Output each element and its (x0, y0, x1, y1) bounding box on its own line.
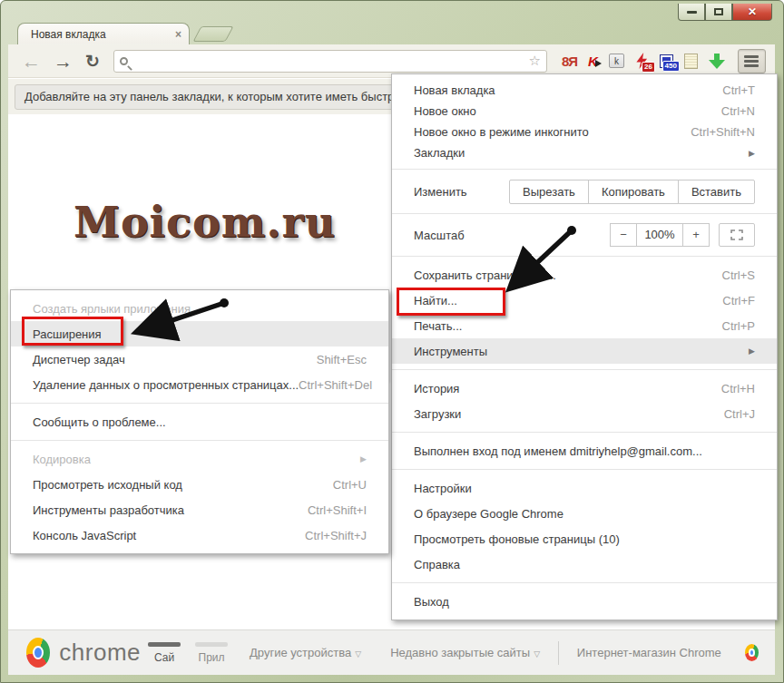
menu-item-label: Просмотреть фоновые страницы (10) (414, 532, 755, 546)
maximize-button[interactable] (705, 4, 732, 21)
submenu-item-clear-browsing-data[interactable]: Удаление данных о просмотренных страница… (11, 372, 388, 397)
submenu-arrow-icon: ▶ (360, 454, 367, 463)
maximize-icon (714, 8, 723, 15)
menu-item-label: Выход (414, 595, 755, 609)
link-label: Интернет-магазин Chrome (577, 646, 721, 659)
menu-item-print[interactable]: Печать... Ctrl+P (392, 313, 777, 338)
menu-item-zoom: Масштаб − 100% + (392, 220, 777, 250)
search-icon (120, 57, 128, 65)
back-icon[interactable]: ← (22, 52, 41, 71)
footer-tab-label: Прил (199, 651, 225, 664)
menu-item-shortcut: Ctrl+N (721, 104, 755, 118)
menu-item-shortcut: Ctrl+H (721, 382, 755, 395)
address-bar[interactable]: ☆ (113, 50, 547, 73)
submenu-arrow-icon: ▶ (749, 346, 755, 356)
download-extension-icon[interactable] (709, 54, 725, 69)
menu-item-new-tab[interactable]: Новая вкладка Ctrl+T (392, 80, 777, 101)
download-arrow-stem (714, 54, 720, 60)
other-devices-link[interactable]: Другие устройства▽ (250, 646, 361, 659)
menu-item-label: Создать ярлыки приложения... (33, 302, 367, 316)
menu-item-help[interactable]: Справка (392, 551, 777, 577)
menu-item-label: Инструменты разработчика (33, 503, 308, 517)
menu-item-label: Изменить (414, 185, 509, 199)
cut-button[interactable]: Вырезать (509, 180, 589, 204)
zoom-controls: − 100% + (611, 223, 755, 247)
menu-item-settings[interactable]: Настройки (392, 475, 777, 501)
fullscreen-button[interactable] (719, 223, 755, 247)
menu-item-shortcut: Ctrl+F (722, 294, 755, 307)
menu-item-signed-in[interactable]: Выполнен вход под именем dmitriyhelp@gma… (392, 438, 777, 463)
window-controls: ✕ (678, 4, 772, 21)
zoom-in-button[interactable]: + (682, 223, 710, 247)
tab-indicator (148, 642, 181, 647)
menu-item-incognito[interactable]: Новое окно в режиме инкогнито Ctrl+Shift… (392, 122, 777, 142)
menu-item-downloads[interactable]: Загрузки Ctrl+J (392, 401, 777, 426)
submenu-item-developer-tools[interactable]: Инструменты разработчика Ctrl+Shift+I (11, 497, 388, 522)
footer-tab-label: Сай (154, 651, 174, 664)
download-arrow-head (709, 60, 725, 69)
extension-icons: 8Я K k 26 450 (556, 49, 766, 73)
submenu-item-report-issue[interactable]: Сообщить о проблеме... (11, 409, 388, 434)
paste-button[interactable]: Вставить (678, 180, 755, 204)
menu-item-exit[interactable]: Выход (392, 589, 777, 614)
edit-buttons: Вырезать Копировать Вставить (509, 180, 755, 204)
kaspersky-extension-icon[interactable]: K (588, 54, 598, 69)
zoom-level: 100% (636, 223, 683, 247)
blue-counter-extension-icon[interactable]: 450 (660, 54, 673, 68)
recently-closed-link[interactable]: Недавно закрытые сайты▽ (390, 646, 540, 659)
close-button[interactable]: ✕ (732, 4, 772, 21)
submenu-item-javascript-console[interactable]: Консоль JavaScript Ctrl+Shift+J (11, 522, 388, 548)
bookmark-star-icon[interactable]: ☆ (528, 53, 540, 69)
minimize-icon (687, 11, 697, 14)
menu-item-label: Консоль JavaScript (33, 529, 305, 542)
menu-item-tools[interactable]: Инструменты ▶ (392, 338, 777, 364)
copy-button[interactable]: Копировать (588, 180, 679, 204)
menu-item-shortcut: Ctrl+U (333, 478, 367, 492)
tab-close-icon[interactable]: × (175, 28, 181, 41)
footer-bar: chrome Сай Прил Другие устройства▽ Недав… (8, 629, 775, 675)
webstore-link[interactable]: Интернет-магазин Chrome (577, 646, 721, 659)
chrome-menu-button[interactable] (738, 49, 766, 73)
menu-item-save-page[interactable]: Сохранить страницу как... Ctrl+S (392, 262, 777, 288)
menu-item-shortcut: Ctrl+P (722, 319, 755, 333)
notepad-extension-icon[interactable] (684, 54, 698, 69)
lightning-extension-icon[interactable]: 26 (635, 53, 649, 69)
footer-divider (558, 641, 559, 665)
reload-icon[interactable]: ↻ (85, 53, 100, 70)
tab-title: Новая вкладка (31, 28, 175, 41)
menu-item-about-chrome[interactable]: О браузере Google Chrome (392, 501, 777, 526)
menu-separator (11, 403, 388, 404)
forward-icon[interactable]: → (54, 52, 73, 71)
minimize-button[interactable] (678, 4, 705, 21)
k-square-extension-icon[interactable]: k (609, 54, 624, 68)
footer-tab-sites[interactable]: Сай (148, 642, 181, 664)
yandex-bookmarks-extension-icon[interactable]: 8Я (562, 54, 577, 69)
menu-item-label: Загрузки (414, 407, 724, 421)
menu-separator (11, 440, 388, 441)
submenu-item-encoding: Кодировка ▶ (11, 446, 388, 472)
link-label: Другие устройства (250, 646, 351, 659)
chevron-down-icon: ▽ (355, 649, 361, 659)
menu-item-shortcut: Ctrl+J (724, 407, 755, 421)
chrome-wordmark: chrome (59, 639, 141, 667)
highlight-box-tools (397, 288, 505, 316)
menu-item-new-window[interactable]: Новое окно Ctrl+N (392, 101, 777, 122)
menu-item-bookmarks[interactable]: Закладки ▶ (392, 142, 777, 163)
zoom-out-button[interactable]: − (610, 223, 637, 247)
menu-item-history[interactable]: История Ctrl+H (392, 376, 777, 401)
menu-item-background-pages[interactable]: Просмотреть фоновые страницы (10) (392, 526, 777, 551)
menu-item-label: Закладки (414, 146, 741, 160)
submenu-item-view-source[interactable]: Просмотреть исходный код Ctrl+U (11, 472, 388, 497)
tab-new-tab[interactable]: Новая вкладка × (17, 23, 190, 45)
menu-item-label: Сообщить о проблеме... (33, 415, 367, 429)
menu-item-label: Новое окно (414, 104, 721, 118)
menu-item-shortcut: Ctrl+Shift+Del (299, 378, 372, 392)
submenu-item-task-manager[interactable]: Диспетчер задач Shift+Esc (11, 346, 388, 372)
new-tab-button[interactable] (192, 26, 233, 42)
menu-item-label: Просмотреть исходный код (33, 478, 333, 492)
menu-item-label: Удаление данных о просмотренных страница… (33, 378, 299, 392)
footer-tab-apps[interactable]: Прил (195, 642, 228, 664)
menu-item-label: Настройки (414, 482, 755, 495)
menu-item-label: Новое окно в режиме инкогнито (414, 125, 691, 139)
highlight-box-extensions (22, 317, 123, 346)
